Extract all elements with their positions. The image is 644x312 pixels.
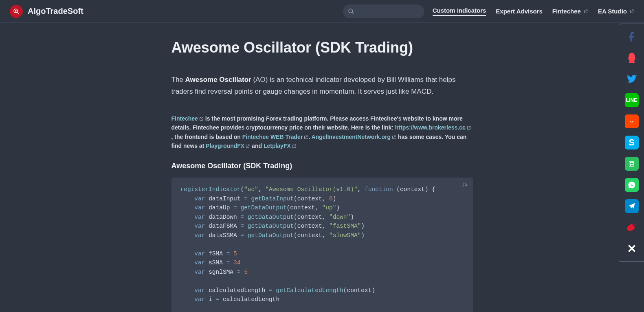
share-line-icon[interactable]: LINE bbox=[625, 93, 639, 107]
intro-paragraph: The Awesome Oscillator (AO) is an techni… bbox=[171, 74, 473, 98]
link-fintechee[interactable]: Fintechee bbox=[171, 115, 204, 122]
header: AlgoTradeSoft Custom Indicators Expert A… bbox=[0, 0, 644, 23]
code-block: js registerIndicator("ao", "Awesome Osci… bbox=[171, 178, 473, 312]
link-brokerless[interactable]: https://www.brokerless.cc bbox=[395, 124, 471, 131]
external-link-icon bbox=[583, 9, 588, 14]
search-input[interactable] bbox=[343, 4, 424, 18]
social-share-bar: LINE S bbox=[619, 24, 644, 261]
svg-point-1 bbox=[630, 121, 631, 123]
promo-paragraph: Fintechee is the most promising Forex tr… bbox=[171, 114, 473, 151]
share-weibo-icon[interactable] bbox=[625, 220, 639, 234]
share-telegram-icon[interactable] bbox=[625, 199, 639, 213]
close-icon[interactable] bbox=[625, 242, 639, 255]
link-webtrader[interactable]: Fintechee WEB Trader bbox=[242, 134, 309, 140]
external-link-icon bbox=[303, 135, 308, 140]
external-link-icon bbox=[199, 116, 204, 121]
link-playgroundfx[interactable]: PlaygroundFX bbox=[206, 143, 250, 149]
share-facebook-icon[interactable] bbox=[625, 30, 639, 44]
code-content: registerIndicator("ao", "Awesome Oscilla… bbox=[180, 185, 464, 312]
main-nav: Custom Indicators Expert Advisors Fintec… bbox=[433, 7, 634, 16]
svg-point-2 bbox=[632, 121, 633, 123]
external-link-icon bbox=[391, 135, 396, 140]
nav-expert-advisors[interactable]: Expert Advisors bbox=[496, 8, 543, 15]
main-content: Awesome Oscillator (SDK Trading) The Awe… bbox=[171, 23, 473, 312]
search-icon bbox=[348, 8, 354, 15]
code-language-label: js bbox=[462, 181, 468, 187]
link-angel[interactable]: AngelInvestmentNetwork.org bbox=[312, 134, 396, 140]
link-letplayfx[interactable]: LetplayFX bbox=[264, 143, 297, 149]
share-douban-icon[interactable] bbox=[625, 157, 639, 171]
share-skype-icon[interactable]: S bbox=[625, 136, 639, 149]
logo-icon bbox=[10, 5, 23, 18]
external-link-icon bbox=[466, 125, 471, 130]
share-twitter-icon[interactable] bbox=[625, 72, 639, 86]
share-qq-icon[interactable] bbox=[625, 51, 639, 65]
nav-ea-studio[interactable]: EA Studio bbox=[598, 8, 634, 15]
nav-fintechee[interactable]: Fintechee bbox=[552, 8, 588, 15]
brand-name: AlgoTradeSoft bbox=[28, 7, 84, 16]
external-link-icon bbox=[245, 144, 250, 149]
section-heading: Awesome Oscillator (SDK Trading) bbox=[171, 162, 473, 170]
nav-custom-indicators[interactable]: Custom Indicators bbox=[433, 7, 486, 16]
page-title: Awesome Oscillator (SDK Trading) bbox=[171, 39, 473, 56]
external-link-icon bbox=[629, 9, 634, 14]
logo[interactable]: AlgoTradeSoft bbox=[10, 5, 84, 18]
share-whatsapp-icon[interactable] bbox=[625, 178, 639, 192]
external-link-icon bbox=[292, 144, 297, 149]
svg-point-3 bbox=[629, 120, 634, 124]
share-reddit-icon[interactable] bbox=[625, 114, 639, 128]
